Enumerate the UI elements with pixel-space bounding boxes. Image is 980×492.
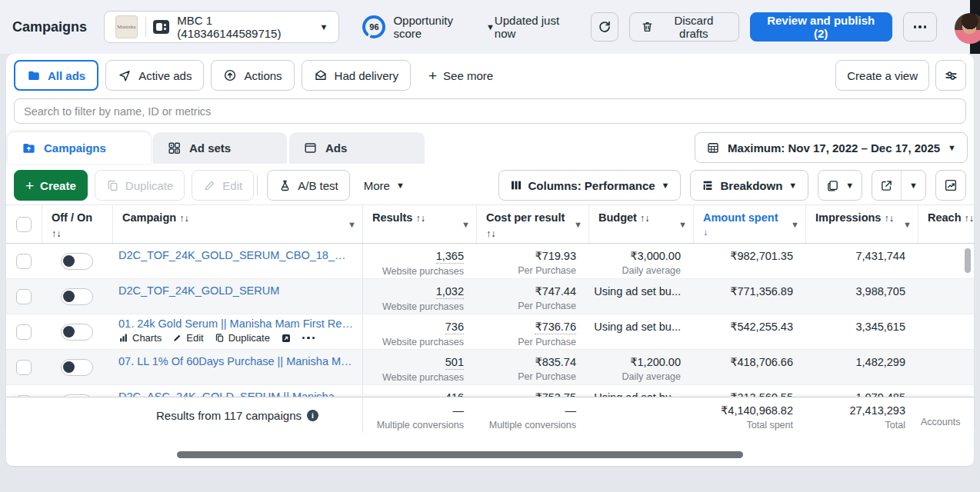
off-on-toggle[interactable] <box>61 253 93 270</box>
off-on-toggle[interactable] <box>61 394 93 397</box>
tab-campaigns[interactable]: Campaigns <box>8 132 151 164</box>
export-button[interactable]: ▼ <box>872 170 926 201</box>
amount-spent-value: ₹542,255.43 <box>730 320 793 334</box>
trend-chart-icon <box>944 178 958 192</box>
avatar[interactable] <box>955 13 980 44</box>
column-off-on[interactable]: Off / On ↑↓ <box>42 205 112 243</box>
columns-button[interactable]: Columns: Performance ▼ <box>498 170 682 201</box>
row-checkbox[interactable] <box>16 395 32 397</box>
results-type: Website purchases <box>382 266 464 277</box>
results-value[interactable]: 416 <box>445 391 464 397</box>
results-value[interactable]: 1,365 <box>436 249 464 264</box>
tab-ad-sets[interactable]: Ad sets <box>153 132 287 164</box>
plus-icon: + <box>428 68 437 83</box>
filter-had-delivery[interactable]: Had delivery <box>302 60 411 91</box>
column-menu-icon[interactable]: ▼ <box>574 218 582 230</box>
vertical-scrollbar[interactable] <box>965 248 971 273</box>
impressions-value: 3,988,705 <box>855 284 905 298</box>
column-impressions[interactable]: Impressions ↑↓▼ <box>805 205 918 243</box>
toolbar-right-group: Columns: Performance ▼ Breakdown ▼ ▼ <box>498 170 966 201</box>
filter-actions[interactable]: Actions <box>211 60 294 91</box>
horizontal-scrollbar[interactable] <box>177 451 743 458</box>
export-menu-toggle[interactable]: ▼ <box>901 171 925 200</box>
breakdown-button[interactable]: Breakdown ▼ <box>690 170 808 201</box>
column-budget[interactable]: Budget ↑↓▼ <box>588 205 693 243</box>
column-cost-per-result[interactable]: Cost per result ↑↓▼ <box>476 205 588 243</box>
row-checkbox[interactable] <box>16 254 32 269</box>
ad-account-selector[interactable]: Manisha MBC 1 (418346144589715) ▼ <box>104 11 339 43</box>
summary-cost: —Multiple conversions <box>476 397 588 433</box>
export-action[interactable] <box>872 171 901 200</box>
column-amount-spent[interactable]: Amount spent↓▼ <box>693 205 805 243</box>
table-body: D2C_TOF_24K_GOLD_SERUM_CBO_18_DEC 1,365W… <box>6 244 974 397</box>
campaign-link[interactable]: D2C_TOF_24K_GOLD_SERUM <box>118 284 353 297</box>
more-menu[interactable]: More ▼ <box>364 179 405 192</box>
column-menu-icon[interactable]: ▼ <box>791 218 799 230</box>
tabs-row: Campaigns Ad sets Ads Maximum: Nov 17, 2… <box>6 132 974 164</box>
duplicate-icon <box>106 179 119 192</box>
tab-label: Ad sets <box>189 141 231 155</box>
duplicate-action[interactable]: Duplicate <box>215 332 270 344</box>
edit-button[interactable]: Edit <box>192 170 254 201</box>
off-on-toggle[interactable] <box>61 324 93 341</box>
filter-active-ads[interactable]: Active ads <box>105 60 204 91</box>
summary-impressions: 27,413,293Total <box>805 397 918 433</box>
column-campaign[interactable]: Campaign ↑↓▼ <box>112 205 362 243</box>
more-options-button[interactable] <box>903 12 937 42</box>
filter-all-ads[interactable]: All ads <box>14 60 98 91</box>
table-row: D2C_TOF_24K_GOLD_SERUM_CBO_18_DEC 1,365W… <box>6 244 974 279</box>
row-checkbox[interactable] <box>16 324 32 340</box>
info-icon[interactable]: i <box>307 410 318 421</box>
campaigns-table: Off / On ↑↓ Campaign ↑↓▼ Results ↑↓▼ Cos… <box>6 204 974 433</box>
budget-type: Daily average <box>622 371 681 382</box>
create-view-button[interactable]: Create a view <box>835 60 929 91</box>
off-on-toggle[interactable] <box>61 288 93 305</box>
campaign-link[interactable]: 07. LL 1% Of 60Days Purchase || Manisha … <box>118 355 353 367</box>
column-reach[interactable]: Reach ↑↓ <box>918 205 974 243</box>
off-on-toggle[interactable] <box>61 359 93 376</box>
folder-icon <box>27 68 41 82</box>
ab-test-button[interactable]: A/B test <box>267 170 350 201</box>
chevron-down-icon: ▼ <box>788 181 797 190</box>
campaign-link[interactable]: D2C_ASC_24K_GOLD_SERUM || Manisha M... <box>118 391 353 397</box>
campaign-link[interactable]: 01. 24k Gold Serum || Manisha Mam First … <box>118 317 353 330</box>
charts-action[interactable]: Charts <box>118 332 162 344</box>
search-input[interactable] <box>14 98 966 124</box>
results-type: Website purchases <box>382 337 464 347</box>
reports-button[interactable]: ▼ <box>818 170 862 201</box>
row-checkbox[interactable] <box>16 289 32 304</box>
review-publish-button[interactable]: Review and publish (2) <box>750 12 892 42</box>
tab-label: Campaigns <box>44 141 106 155</box>
row-checkbox[interactable] <box>16 360 32 375</box>
results-value[interactable]: 1,032 <box>436 284 464 299</box>
table-row-hovered: 01. 24k Gold Serum || Manisha Mam First … <box>6 314 974 350</box>
more-row-actions[interactable] <box>302 337 315 340</box>
create-view-label: Create a view <box>847 69 918 82</box>
view-settings-button[interactable] <box>935 60 966 91</box>
summary-empty <box>42 397 112 433</box>
open-action[interactable] <box>281 333 292 344</box>
column-menu-icon[interactable]: ▼ <box>678 218 687 230</box>
date-range-selector[interactable]: Maximum: Nov 17, 2022 – Dec 17, 2025 ▼ <box>695 132 968 163</box>
column-results[interactable]: Results ↑↓▼ <box>362 205 476 243</box>
refresh-button[interactable] <box>591 12 618 42</box>
discard-drafts-button[interactable]: Discard drafts <box>629 12 738 42</box>
results-value[interactable]: 501 <box>445 355 464 370</box>
column-menu-icon[interactable]: ▼ <box>348 218 356 230</box>
tab-ads[interactable]: Ads <box>289 132 425 164</box>
create-button[interactable]: + Create <box>14 170 88 201</box>
select-all-checkbox[interactable] <box>16 217 32 232</box>
column-menu-icon[interactable]: ▼ <box>462 218 470 230</box>
cost-value[interactable]: ₹736.76 <box>535 320 576 334</box>
results-value[interactable]: 736 <box>445 320 464 334</box>
duplicate-button[interactable]: Duplicate <box>95 170 185 201</box>
opportunity-score-menu[interactable]: 96 Opportunity score ▼ <box>362 14 494 40</box>
column-menu-icon[interactable]: ▼ <box>903 218 912 230</box>
see-more-button[interactable]: + See more <box>428 68 493 83</box>
edit-action[interactable]: Edit <box>172 332 203 344</box>
summary-results: —Multiple conversions <box>362 397 476 433</box>
breakdown-icon <box>702 179 714 191</box>
charts-panel-button[interactable] <box>935 170 966 201</box>
campaigns-folder-icon <box>22 141 36 155</box>
campaign-link[interactable]: D2C_TOF_24K_GOLD_SERUM_CBO_18_DEC <box>118 249 353 261</box>
